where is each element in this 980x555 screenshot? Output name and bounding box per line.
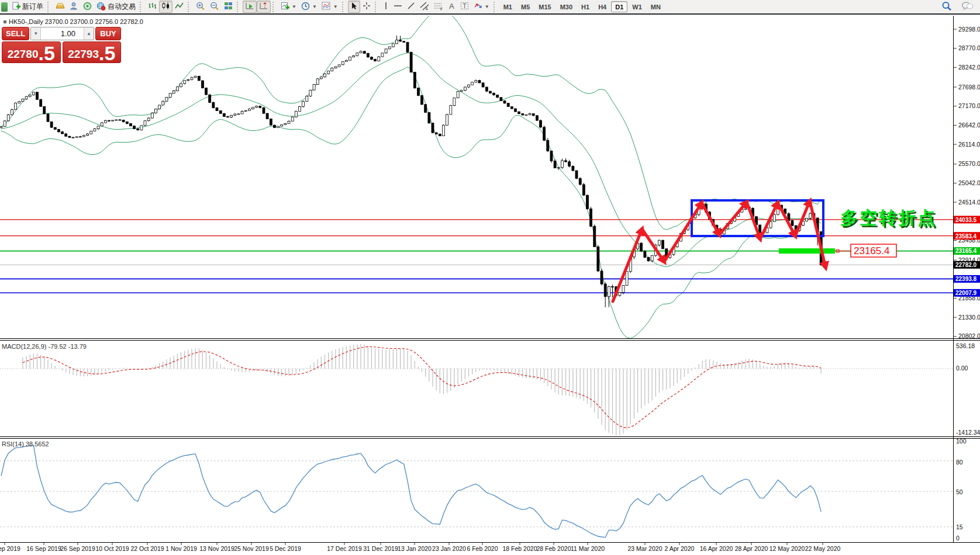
candle-body [0,127,2,128]
channel-tool-button[interactable]: E [417,1,432,13]
candle-body [428,112,430,123]
trend-arrow[interactable] [719,202,747,235]
candle-body [97,126,99,129]
timeframe-button-H4[interactable]: H4 [594,1,610,12]
buy-button[interactable]: BUY [95,27,121,40]
indicator-labels: 536.180.00-1412.341008050150MACD(12,26,9… [2,342,980,542]
fibonacci-icon: F [434,2,443,12]
trend-arrow[interactable] [613,229,642,301]
candle-body [227,117,229,117]
tile-windows-button[interactable] [222,1,235,13]
volume-decrease-button[interactable]: ▼ [31,27,41,40]
rsi-scale-label: 0 [956,535,960,542]
volume-increase-button[interactable]: ▲ [84,27,94,40]
timeframe-button-H1[interactable]: H1 [577,1,593,12]
date-label: 31 Dec 2019 [363,545,398,552]
clock-icon [301,2,310,12]
timeframe-button-M5[interactable]: M5 [517,1,534,12]
text-tool-button[interactable]: A [446,1,458,13]
candle-body [331,68,333,71]
cursor-tool-button[interactable] [348,1,360,13]
timeframe-button-W1[interactable]: W1 [628,1,646,12]
equidistant-channel-icon: E [420,2,429,12]
zoom-in-icon [196,2,205,12]
signals-button[interactable] [81,1,94,13]
candle-body [184,81,186,84]
period-button[interactable]: ▼ [299,1,319,13]
candle-body [162,101,164,105]
candle-body [316,79,319,85]
vertical-line-tool-button[interactable] [381,1,391,13]
zoom-out-button[interactable] [208,1,222,13]
candle-body [172,91,175,93]
candle-body [561,161,563,168]
timeframe-button-MN[interactable]: MN [647,1,665,12]
arrows-tool-button[interactable]: ▼ [471,1,492,13]
candle-body [403,41,405,43]
candle-body [133,126,136,129]
candle-body [425,105,427,113]
chat-button[interactable] [959,1,975,13]
candle-body [309,90,312,96]
candle-body [36,92,39,99]
person-icon [70,2,78,12]
dropdown-arrow-icon: ▼ [292,4,296,9]
fibonacci-tool-button[interactable]: F [432,1,446,13]
candle-body [169,93,171,98]
date-axis[interactable]: 4 Sep 201916 Sep 201926 Sep 201910 Oct 2… [0,545,841,552]
date-label: 13 Jan 2020 [398,545,432,552]
candle-body [597,247,599,271]
sell-price-display[interactable]: 22780 .5 [2,41,61,63]
volume-control: ▼ ▲ [30,27,94,40]
toolbar-separator [140,2,144,12]
timeframe-button-M1[interactable]: M1 [499,1,516,12]
indicators-button[interactable]: ▼ [319,1,340,13]
trend-arrow[interactable] [702,203,719,235]
candle-body [43,106,46,114]
candle-body [151,113,153,119]
gold-button[interactable] [53,1,67,13]
zoom-in-button[interactable] [194,1,208,13]
new-order-button[interactable]: 新订单 [9,1,46,13]
line-chart-mode-button[interactable] [172,1,186,13]
candle-body [155,109,157,113]
trend-arrow[interactable] [664,203,702,262]
horizontal-line-tool-button[interactable] [391,1,405,13]
candle-body [75,137,78,137]
rsi-panel [0,445,953,537]
annotation-text[interactable]: 多空转折点 [840,208,937,227]
timeframe-button-D1[interactable]: D1 [611,1,627,12]
candle-body [324,74,326,77]
trend-arrow[interactable] [747,202,760,239]
profile-button[interactable] [67,1,81,13]
candle-body [101,123,103,126]
rsi-label: RSI(14) 38.5652 [2,440,49,448]
text-label-tool-button[interactable]: T [458,1,471,13]
chart-shift-button[interactable] [257,1,271,13]
trendline-tool-button[interactable] [405,1,417,13]
crosshair-icon [363,2,371,12]
horizontal-levels[interactable] [0,220,953,293]
auto-scroll-button[interactable] [243,1,257,13]
candle-body [482,83,484,87]
candle-body [478,81,481,83]
candle-body [104,120,106,123]
highlight-bar[interactable] [779,248,835,254]
toolbar-separator [47,2,51,12]
crosshair-tool-button[interactable] [360,1,373,13]
new-chart-button[interactable]: ▼ [278,1,299,13]
volume-input[interactable] [41,27,84,40]
chat-icon [961,1,973,12]
bar-chart-mode-button[interactable] [146,1,159,13]
sell-button[interactable]: SELL [2,27,29,40]
timeframe-button-M30[interactable]: M30 [556,1,577,12]
chart-area[interactable]: 多空转折点多空转折点23165.4 29298.028770.028242.02… [0,16,980,555]
buy-price-display[interactable]: 22793 .5 [63,41,122,63]
new-order-label: 新订单 [22,2,43,12]
auto-trading-button[interactable]: 自动交易 [94,1,138,13]
candle-body [273,125,275,127]
timeframe-button-M15[interactable]: M15 [534,1,555,12]
candlestick-mode-button[interactable] [159,1,172,13]
candle-body [540,120,542,127]
search-button[interactable] [939,1,954,13]
